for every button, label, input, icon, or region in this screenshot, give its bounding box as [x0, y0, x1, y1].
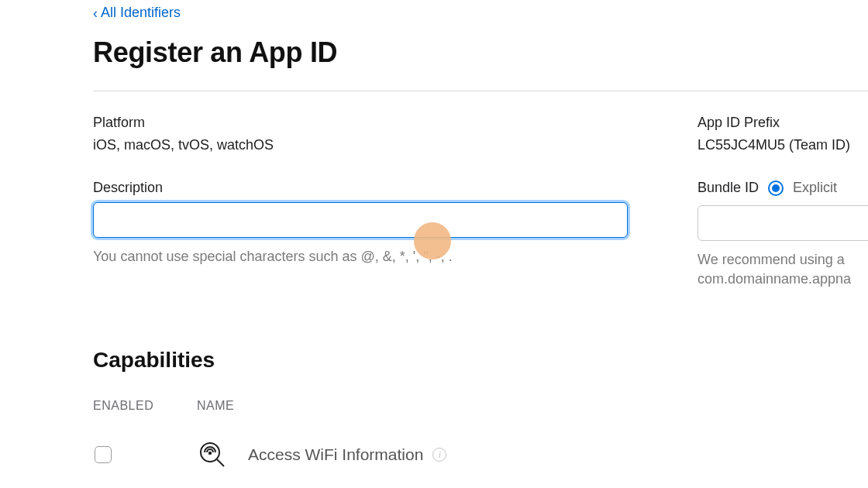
back-link-label: All Identifiers	[101, 5, 181, 21]
radio-dot-icon	[772, 184, 780, 192]
page-title: Register an App ID	[93, 36, 868, 69]
app-id-prefix-label: App ID Prefix	[698, 115, 868, 131]
wifi-search-icon	[197, 439, 228, 470]
bundle-id-hint-2: com.domainname.appna	[698, 271, 868, 287]
svg-line-2	[217, 459, 224, 466]
bundle-id-label: Bundle ID	[698, 180, 759, 196]
description-hint: You cannot use special characters such a…	[93, 249, 628, 265]
svg-point-1	[209, 452, 211, 454]
divider	[93, 91, 868, 91]
capability-row: Access WiFi Information i	[93, 439, 868, 470]
bundle-id-input[interactable]	[698, 205, 868, 241]
capabilities-col-enabled: ENABLED	[93, 399, 197, 413]
app-id-prefix-value: LC55JC4MU5 (Team ID)	[698, 137, 868, 153]
platform-value: iOS, macOS, tvOS, watchOS	[93, 137, 628, 153]
capabilities-header-row: ENABLED NAME	[93, 399, 868, 413]
chevron-left-icon: ‹	[93, 6, 98, 20]
description-label: Description	[93, 180, 628, 196]
capabilities-col-name: NAME	[197, 399, 868, 413]
bundle-id-explicit-radio[interactable]	[768, 180, 784, 196]
platform-label: Platform	[93, 115, 628, 131]
capability-enable-checkbox[interactable]	[95, 446, 112, 463]
bundle-id-hint-1: We recommend using a	[698, 252, 868, 268]
back-link-all-identifiers[interactable]: ‹ All Identifiers	[93, 5, 181, 21]
capability-name: Access WiFi Information	[248, 445, 423, 464]
bundle-id-explicit-label: Explicit	[793, 180, 837, 196]
info-icon[interactable]: i	[432, 448, 446, 462]
description-input[interactable]	[93, 202, 628, 238]
capabilities-heading: Capabilities	[93, 348, 868, 373]
